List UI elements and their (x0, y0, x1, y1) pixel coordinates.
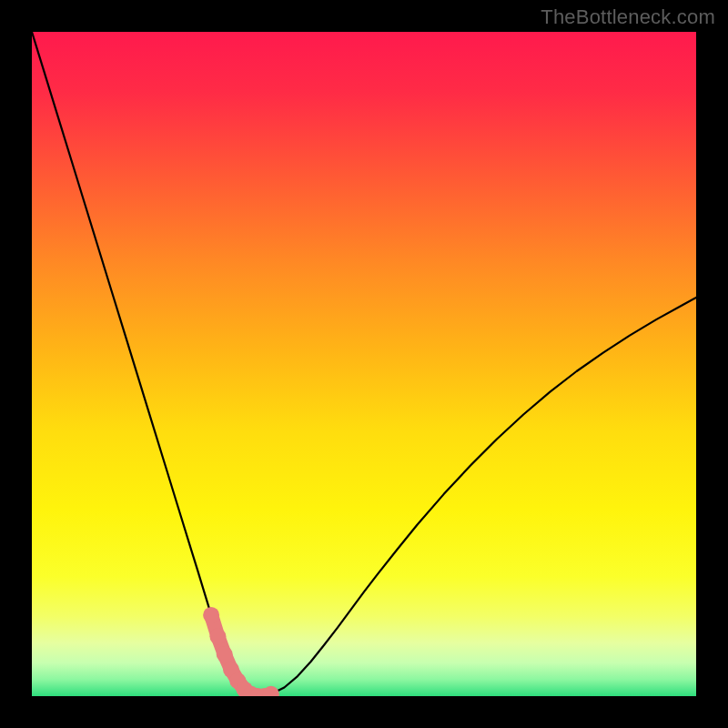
curve-data-point (263, 686, 279, 696)
curve-data-point (209, 628, 226, 644)
plot-area (32, 32, 696, 696)
chart-frame: TheBottleneck.com (0, 0, 728, 728)
curve-data-point (217, 646, 233, 662)
watermark-text: TheBottleneck.com (541, 5, 715, 29)
bottleneck-curve (32, 32, 696, 696)
curve-data-point (203, 607, 219, 623)
curve-marker-dots (203, 607, 279, 696)
